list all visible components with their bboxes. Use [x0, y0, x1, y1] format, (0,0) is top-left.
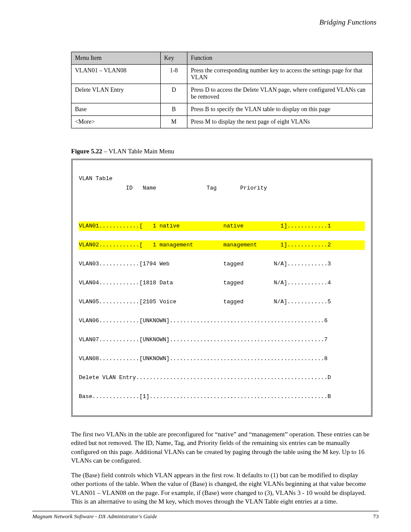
ref-item: Base [72, 103, 161, 116]
footer-page-number: 73 [373, 513, 379, 520]
table-row: Delete VLAN Entry D Press D to access th… [72, 84, 373, 103]
footer-doc-title: Magnum Network Software - DX Administrat… [32, 513, 157, 520]
figure-caption: Figure 5.22 – VLAN Table Main Menu [71, 148, 379, 155]
ref-item: VLAN01 – VLAN08 [72, 65, 161, 84]
ref-header-item: Menu Item [72, 52, 161, 65]
ref-func: Press B to specify the VLAN table to dis… [187, 103, 373, 116]
ref-key: 1-8 [161, 65, 187, 84]
body-text: The first two VLANs in the table are pre… [71, 430, 373, 506]
table-row: <More> M Press M to display the next pag… [72, 116, 373, 128]
vlan-row: Delete VLAN Entry.......................… [79, 373, 365, 383]
vlan-row: VLAN03............[1794 Web tagged N/A].… [79, 259, 365, 269]
figure-number: Figure 5.22 [71, 148, 102, 155]
ref-key: B [161, 103, 187, 116]
vlan-blank-row [79, 202, 365, 212]
vlan-row: VLAN01............[ 1 native native 1]..… [79, 221, 365, 231]
ref-header-key: Key [161, 52, 187, 65]
vlan-row: VLAN07............[UNKNOWN].............… [79, 335, 365, 345]
ref-func: Press the corresponding number key to ac… [187, 65, 373, 84]
ref-key: D [161, 84, 187, 103]
ref-item: Delete VLAN Entry [72, 84, 161, 103]
vlan-row: VLAN06............[UNKNOWN].............… [79, 316, 365, 326]
vlan-row: VLAN02............[ 1 management managem… [79, 240, 365, 250]
table-row: VLAN01 – VLAN08 1-8 Press the correspond… [72, 65, 373, 84]
body-paragraph: The (Base) field controls which VLAN app… [71, 471, 373, 506]
ref-func: Press M to display the next page of eigh… [187, 116, 373, 128]
table-row: Base B Press B to specify the VLAN table… [72, 103, 373, 116]
page-footer: Magnum Network Software - DX Administrat… [32, 511, 379, 520]
vlan-column-headers: ID Name Tag Priority [79, 184, 365, 193]
vlan-row: VLAN05............[2105 Voice tagged N/A… [79, 297, 365, 307]
body-paragraph: The first two VLANs in the table are pre… [71, 430, 373, 465]
ref-key: M [161, 116, 187, 128]
vlan-row: VLAN08............[UNKNOWN].............… [79, 354, 365, 364]
vlan-row: Base..............[1]...................… [79, 392, 365, 401]
vlan-table-title: VLAN Table [79, 175, 112, 182]
vlan-table-screenshot: VLAN Table ID Name Tag Priority VLAN01..… [71, 159, 373, 417]
figure-caption-text: – VLAN Table Main Menu [102, 148, 174, 155]
ref-item: <More> [72, 116, 161, 128]
ref-header-func: Function [187, 52, 373, 65]
vlan-row: VLAN04............[1818 Data tagged N/A]… [79, 278, 365, 288]
ref-func: Press D to access the Delete VLAN page, … [187, 84, 373, 103]
menu-reference-table: Menu Item Key Function VLAN01 – VLAN08 1… [71, 52, 373, 128]
page-header-section: Bridging Functions [319, 18, 377, 27]
